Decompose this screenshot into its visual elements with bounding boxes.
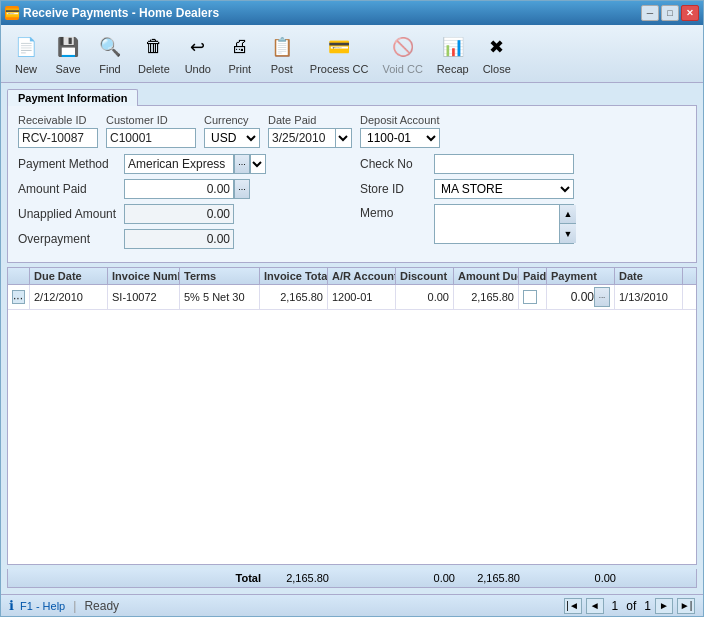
check-no-label: Check No [360, 157, 428, 171]
col-date-header: Date [615, 268, 683, 284]
amount-paid-browse-button[interactable]: ··· [234, 179, 250, 199]
terms-cell: 5% 5 Net 30 [180, 285, 260, 309]
currency-label: Currency [204, 114, 260, 126]
total-bar: Total 2,165.80 0.00 2,165.80 0.00 [7, 569, 697, 588]
close-button[interactable]: ✖ Close [478, 30, 516, 78]
status-left: ℹ F1 - Help | Ready [9, 598, 119, 613]
overpayment-input[interactable] [124, 229, 234, 249]
date-paid-dropdown[interactable] [336, 128, 352, 148]
invoice-grid: Due Date Invoice Numb Terms Invoice Tota… [7, 267, 697, 565]
maximize-button[interactable]: □ [661, 5, 679, 21]
find-icon: 🔍 [96, 33, 124, 61]
date-paid-input[interactable] [268, 128, 336, 148]
paid-cell[interactable] [519, 285, 547, 309]
payment-method-browse-button[interactable]: ··· [234, 154, 250, 174]
col-duedate-header: Due Date [30, 268, 108, 284]
overpayment-label: Overpayment [18, 232, 118, 246]
discount-cell: 0.00 [396, 285, 454, 309]
customer-id-label: Customer ID [106, 114, 196, 126]
unapplied-amount-input[interactable] [124, 204, 234, 224]
print-button[interactable]: 🖨 Print [221, 30, 259, 78]
close-icon: ✖ [483, 33, 511, 61]
save-button[interactable]: 💾 Save [49, 30, 87, 78]
new-icon: 📄 [12, 33, 40, 61]
currency-select[interactable]: USD [204, 128, 260, 148]
form-two-col: Payment Method ··· Amount Paid · [18, 154, 686, 254]
title-bar-left: 💳 Receive Payments - Home Dealers [5, 6, 219, 20]
row-selector-button[interactable]: ··· [12, 290, 25, 304]
memo-scroll-up[interactable]: ▲ [560, 205, 576, 224]
col-total-header: Invoice Total [260, 268, 328, 284]
post-icon: 📋 [268, 33, 296, 61]
memo-label: Memo [360, 206, 428, 220]
customer-id-input[interactable] [106, 128, 196, 148]
print-icon: 🖨 [226, 33, 254, 61]
amount-paid-input[interactable] [124, 179, 234, 199]
close-window-button[interactable]: ✕ [681, 5, 699, 21]
panel-tab[interactable]: Payment Information [7, 89, 138, 106]
grid-header: Due Date Invoice Numb Terms Invoice Tota… [8, 268, 696, 285]
form-row-1: Receivable ID Customer ID Currency USD [18, 114, 686, 148]
memo-scroll-down[interactable]: ▼ [560, 224, 576, 243]
new-button[interactable]: 📄 New [7, 30, 45, 78]
total-payment: 0.00 [552, 572, 620, 584]
recap-button[interactable]: 📊 Recap [432, 30, 474, 78]
status-nav: |◄ ◄ 1 of 1 ► ►| [564, 598, 695, 614]
save-icon: 💾 [54, 33, 82, 61]
undo-button[interactable]: ↩ Undo [179, 30, 217, 78]
amtdue-cell: 2,165.80 [454, 285, 519, 309]
store-id-select[interactable]: MA STORE [434, 179, 574, 199]
nav-first-button[interactable]: |◄ [564, 598, 582, 614]
delete-button[interactable]: 🗑 Delete [133, 30, 175, 78]
total-invoice: 2,165.80 [265, 572, 333, 584]
col-terms-header: Terms [180, 268, 260, 284]
table-row[interactable]: ··· 2/12/2010 SI-10072 5% 5 Net 30 2,165… [8, 285, 696, 310]
col-selector [8, 268, 30, 284]
payment-cell: 0.00 ··· [547, 285, 615, 309]
help-link[interactable]: F1 - Help [20, 600, 65, 612]
find-button[interactable]: 🔍 Find [91, 30, 129, 78]
amount-paid-label: Amount Paid [18, 182, 118, 196]
col-paid-header: Paid [519, 268, 547, 284]
help-icon: ℹ [9, 598, 14, 613]
post-button[interactable]: 📋 Post [263, 30, 301, 78]
minimize-button[interactable]: ─ [641, 5, 659, 21]
nav-next-button[interactable]: ► [655, 598, 673, 614]
nav-prev-button[interactable]: ◄ [586, 598, 604, 614]
process-cc-icon: 💳 [325, 33, 353, 61]
payment-browse-button[interactable]: ··· [594, 287, 610, 307]
memo-input[interactable] [435, 205, 561, 241]
payment-method-dropdown[interactable] [250, 154, 266, 174]
date-cell: 1/13/2010 [615, 285, 683, 309]
status-bar: ℹ F1 - Help | Ready |◄ ◄ 1 of 1 ► ►| [1, 594, 703, 616]
total-discount: 0.00 [401, 572, 459, 584]
title-bar: 💳 Receive Payments - Home Dealers ─ □ ✕ [1, 1, 703, 25]
currency-group: Currency USD [204, 114, 260, 148]
memo-row: Memo ▲ ▼ [360, 204, 686, 244]
main-content: Payment Information Receivable ID Custom… [1, 83, 703, 594]
void-cc-icon: 🚫 [389, 33, 417, 61]
amount-paid-row: Amount Paid ··· [18, 179, 344, 199]
deposit-account-group: Deposit Account 1100-01 [360, 114, 440, 148]
payment-method-input[interactable] [124, 154, 234, 174]
deposit-account-select[interactable]: 1100-01 [360, 128, 440, 148]
col-discount-header: Discount [396, 268, 454, 284]
row-selector-cell[interactable]: ··· [8, 285, 30, 309]
col-invoice-header: Invoice Numb [108, 268, 180, 284]
check-no-input[interactable] [434, 154, 574, 174]
paid-checkbox[interactable] [523, 290, 537, 304]
col-payment-header: Payment [547, 268, 615, 284]
status-separator: | [73, 599, 76, 613]
total-cell: 2,165.80 [260, 285, 328, 309]
nav-last-button[interactable]: ►| [677, 598, 695, 614]
payment-panel: Payment Information Receivable ID Custom… [7, 89, 697, 263]
void-cc-button[interactable]: 🚫 Void CC [377, 30, 427, 78]
unapplied-amount-label: Unapplied Amount [18, 207, 118, 221]
receivable-id-input[interactable] [18, 128, 98, 148]
process-cc-button[interactable]: 💳 Process CC [305, 30, 374, 78]
store-id-label: Store ID [360, 182, 428, 196]
receivable-id-group: Receivable ID [18, 114, 98, 148]
check-no-row: Check No [360, 154, 686, 174]
delete-icon: 🗑 [140, 33, 168, 61]
ar-cell: 1200-01 [328, 285, 396, 309]
